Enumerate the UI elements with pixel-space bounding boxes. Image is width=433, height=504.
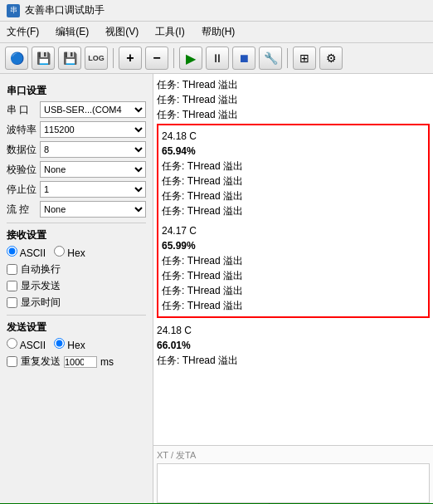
temp-line-1: 24.18 C xyxy=(162,129,425,144)
open-button[interactable]: 🔵 xyxy=(5,46,28,70)
task-line-5: 任务: THread 溢出 xyxy=(162,253,425,268)
temp-line-2: 24.17 C xyxy=(162,223,425,238)
divider2 xyxy=(7,315,146,316)
port-row: 串 口 USB-SER...(COM4 xyxy=(7,101,146,118)
recv-ascii-label[interactable]: ASCII xyxy=(7,246,46,259)
recv-hex-radio[interactable] xyxy=(54,246,65,257)
task-line-8: 任务: THread 溢出 xyxy=(162,298,425,313)
task-line-4: 任务: THread 溢出 xyxy=(162,203,425,218)
ms-label: ms xyxy=(100,356,114,368)
task-line-1: 任务: THread 溢出 xyxy=(162,159,425,174)
input-label: XT / 发TA xyxy=(157,449,430,462)
pause-button[interactable]: ⏸ xyxy=(206,46,229,70)
gear-button[interactable]: ⚙ xyxy=(319,46,343,70)
minus-button[interactable]: − xyxy=(145,46,168,70)
baud-label: 波特率 xyxy=(7,123,36,137)
input-area: XT / 发TA xyxy=(153,445,433,503)
stop-button[interactable]: ⏹ xyxy=(232,46,255,70)
send-settings-title: 发送设置 xyxy=(7,321,146,335)
menu-file[interactable]: 文件(F) xyxy=(3,23,42,41)
right-panel: 任务: THread 溢出 任务: THread 溢出 任务: THread 溢… xyxy=(153,74,433,503)
port-select[interactable]: USB-SER...(COM4 xyxy=(40,101,146,118)
baud-select[interactable]: 115200 xyxy=(40,121,146,138)
toolbar-separator xyxy=(113,48,114,68)
recv-encoding-group: ASCII Hex xyxy=(7,246,146,259)
output-area: 任务: THread 溢出 任务: THread 溢出 任务: THread 溢… xyxy=(153,74,433,445)
log-button[interactable]: LOG xyxy=(85,46,108,70)
show-send-checkbox[interactable] xyxy=(7,281,17,291)
title-bar: 串 友善串口调试助手 xyxy=(0,0,433,22)
add-button[interactable]: + xyxy=(119,46,142,70)
auto-newline-row: 自动换行 xyxy=(7,262,146,276)
auto-newline-label: 自动换行 xyxy=(21,262,61,276)
humidity-line-1: 65.94% xyxy=(162,144,425,159)
play-button[interactable]: ▶ xyxy=(179,46,202,70)
divider1 xyxy=(7,223,146,223)
parity-row: 校验位 None xyxy=(7,161,146,178)
highlighted-output-box: 24.18 C 65.94% 任务: THread 溢出 任务: THread … xyxy=(157,124,430,318)
output-line-above-3: 任务: THread 溢出 xyxy=(157,107,430,122)
show-time-row: 显示时间 xyxy=(7,296,146,310)
app-icon: 串 xyxy=(7,4,20,17)
stop-label: 停止位 xyxy=(7,183,36,197)
port-label: 串 口 xyxy=(7,103,36,117)
menu-help[interactable]: 帮助(H) xyxy=(198,23,239,41)
send-input[interactable] xyxy=(157,463,430,503)
temp-line-3: 24.18 C xyxy=(157,323,430,338)
baud-row: 波特率 115200 xyxy=(7,121,146,138)
parity-select[interactable]: None xyxy=(40,161,146,178)
task-line-7: 任务: THread 溢出 xyxy=(162,283,425,298)
flow-row: 流 控 None xyxy=(7,201,146,218)
wrench-button[interactable]: 🔧 xyxy=(259,46,282,70)
toolbar-separator2 xyxy=(173,48,174,68)
menu-edit[interactable]: 编辑(E) xyxy=(52,23,92,41)
data-label: 数据位 xyxy=(7,143,36,157)
recv-settings-title: 接收设置 xyxy=(7,228,146,242)
menu-view[interactable]: 视图(V) xyxy=(102,23,142,41)
output-line-above-1: 任务: THread 溢出 xyxy=(157,77,430,92)
humidity-line-2: 65.99% xyxy=(162,238,425,253)
send-encoding-group: ASCII Hex xyxy=(7,338,146,351)
repeat-send-label: 重复发送 xyxy=(21,355,61,369)
send-ascii-radio[interactable] xyxy=(7,338,17,349)
flow-label: 流 控 xyxy=(7,203,36,217)
stop-row: 停止位 1 xyxy=(7,181,146,198)
save-button[interactable]: 💾 xyxy=(58,46,81,70)
task-line-9: 任务: THread 溢出 xyxy=(157,353,430,368)
main-layout: 串口设置 串 口 USB-SER...(COM4 波特率 115200 数据位 … xyxy=(0,74,433,503)
repeat-interval-input[interactable] xyxy=(64,356,97,368)
recv-ascii-radio[interactable] xyxy=(7,246,17,257)
auto-newline-checkbox[interactable] xyxy=(7,264,17,275)
output-line-above-2: 任务: THread 溢出 xyxy=(157,92,430,107)
show-send-label: 显示发送 xyxy=(21,279,61,293)
flow-select[interactable]: None xyxy=(40,201,146,218)
send-hex-label[interactable]: Hex xyxy=(54,338,85,351)
task-line-3: 任务: THread 溢出 xyxy=(162,188,425,203)
toolbar-separator3 xyxy=(287,48,288,68)
serial-settings-title: 串口设置 xyxy=(7,84,146,98)
parity-label: 校验位 xyxy=(7,163,36,177)
window-title: 友善串口调试助手 xyxy=(25,3,105,17)
send-ascii-label[interactable]: ASCII xyxy=(7,338,46,351)
send-hex-radio[interactable] xyxy=(54,338,65,349)
data-row: 数据位 8 xyxy=(7,141,146,158)
show-time-label: 显示时间 xyxy=(21,296,61,310)
data-select[interactable]: 8 xyxy=(40,141,146,158)
repeat-send-row: 重复发送 ms xyxy=(7,355,146,369)
toolbar: 🔵 💾 💾 LOG + − ▶ ⏸ ⏹ 🔧 ⊞ ⚙ xyxy=(0,43,433,74)
task-line-6: 任务: THread 溢出 xyxy=(162,268,425,283)
menu-bar: 文件(F) 编辑(E) 视图(V) 工具(I) 帮助(H) xyxy=(0,22,433,43)
left-panel: 串口设置 串 口 USB-SER...(COM4 波特率 115200 数据位 … xyxy=(0,74,153,503)
humidity-line-3: 66.01% xyxy=(157,338,430,353)
show-time-checkbox[interactable] xyxy=(7,297,17,308)
recv-hex-label[interactable]: Hex xyxy=(54,246,85,259)
show-send-row: 显示发送 xyxy=(7,279,146,293)
menu-tools[interactable]: 工具(I) xyxy=(152,23,187,41)
save-green-button[interactable]: 💾 xyxy=(32,46,55,70)
task-line-2: 任务: THread 溢出 xyxy=(162,174,425,188)
grid-button[interactable]: ⊞ xyxy=(293,46,316,70)
repeat-send-checkbox[interactable] xyxy=(7,356,17,367)
stop-select[interactable]: 1 xyxy=(40,181,146,198)
